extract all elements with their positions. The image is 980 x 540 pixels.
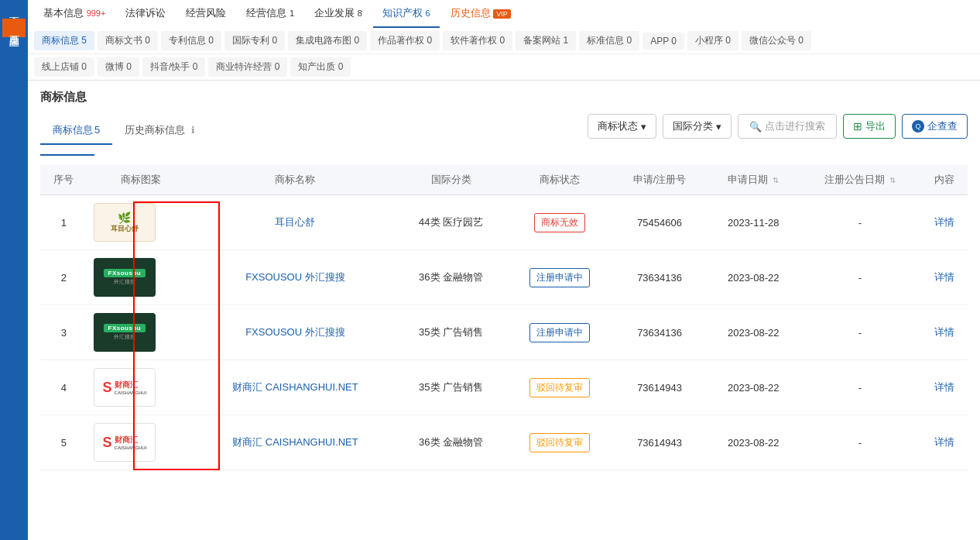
cell-brand-name: 财商汇 CAISHANGHUI.NET bbox=[195, 415, 396, 470]
sort-icon-apply: ⇅ bbox=[773, 176, 779, 184]
table-header-row: 序号 商标图案 商标名称 国际分类 商标状态 申请/注册号 申请日期 ⇅ 注册公… bbox=[40, 165, 968, 195]
subtab-copyright[interactable]: 作品著作权 0 bbox=[370, 31, 440, 50]
brand-image-2: FXsousou 外汇搜搜 bbox=[94, 258, 156, 297]
cell-category: 35类 广告销售 bbox=[396, 360, 507, 415]
cell-reg-no: 73634136 bbox=[612, 305, 708, 360]
cell-status: 注册申请中 bbox=[506, 250, 612, 305]
subtab-shop[interactable]: 线上店铺 0 bbox=[34, 57, 94, 77]
cell-brand-img: S 财商汇 CAISHANGHUI bbox=[87, 415, 195, 470]
brand-image-3: FXsousou 外汇搜搜 bbox=[94, 313, 156, 352]
tab-ip[interactable]: 知识产权 6 bbox=[373, 0, 440, 28]
top-nav: 基本信息 999+ 法律诉讼 经营风险 经营信息 1 企业发展 8 知识产权 6… bbox=[28, 0, 980, 81]
inner-tabs: 商标信息5 历史商标信息 ℹ bbox=[40, 117, 207, 145]
tab-risk[interactable]: 经营风险 bbox=[176, 0, 235, 28]
cell-apply-date: 2023-08-22 bbox=[707, 415, 800, 470]
status-badge-3: 注册申请中 bbox=[529, 323, 590, 342]
detail-link-1[interactable]: 详情 bbox=[934, 216, 954, 228]
cell-pub-date: - bbox=[800, 250, 920, 305]
cell-index: 1 bbox=[40, 195, 87, 250]
subtab-trademark[interactable]: 商标信息 5 bbox=[34, 31, 94, 50]
table-row: 4 S 财商汇 CAISHANGHUI bbox=[40, 360, 968, 415]
cell-apply-date: 2023-11-28 bbox=[707, 195, 800, 250]
tab-basic-info[interactable]: 基本信息 999+ bbox=[34, 0, 115, 28]
qcq-btn[interactable]: Q 企查查 bbox=[902, 114, 968, 139]
status-filter-btn[interactable]: 商标状态 ▾ bbox=[588, 114, 656, 139]
detail-link-5[interactable]: 详情 bbox=[934, 436, 954, 448]
subtab-douyin[interactable]: 抖音/快手 0 bbox=[142, 57, 205, 77]
status-badge-4: 驳回待复审 bbox=[529, 378, 590, 397]
tab-history[interactable]: 历史信息 VIP bbox=[441, 0, 520, 28]
subtab-wechat[interactable]: 微信公众号 0 bbox=[742, 31, 811, 50]
inner-tab-trademark[interactable]: 商标信息5 bbox=[40, 117, 112, 145]
cell-reg-no: 73614943 bbox=[612, 415, 708, 470]
table-row: 3 FXsousou 外汇搜搜 FXSOUSOU 外汇搜搜 35类 广告销售 bbox=[40, 305, 968, 360]
main-content: 基本信息 999+ 法律诉讼 经营风险 经营信息 1 企业发展 8 知识产权 6… bbox=[28, 0, 980, 540]
cell-brand-img: FXsousou 外汇搜搜 bbox=[87, 305, 195, 360]
col-category: 国际分类 bbox=[396, 165, 507, 195]
cell-category: 36类 金融物管 bbox=[396, 415, 507, 470]
subtab-miniapp[interactable]: 小程序 0 bbox=[687, 31, 738, 50]
cell-apply-date: 2023-08-22 bbox=[707, 250, 800, 305]
cell-pub-date: - bbox=[800, 415, 920, 470]
brand-name-link-3[interactable]: FXSOUSOU 外汇搜搜 bbox=[245, 326, 345, 338]
search-btn[interactable]: 🔍 点击进行搜索 bbox=[738, 114, 837, 139]
detail-link-3[interactable]: 详情 bbox=[934, 326, 954, 338]
subtab-patent[interactable]: 专利信息 0 bbox=[161, 31, 221, 50]
status-badge-1: 商标无效 bbox=[534, 213, 585, 232]
subtab-weibo[interactable]: 微博 0 bbox=[98, 57, 139, 77]
cell-category: 36类 金融物管 bbox=[396, 250, 507, 305]
cell-index: 4 bbox=[40, 360, 87, 415]
brand-name-link-1[interactable]: 耳目心舒 bbox=[275, 216, 315, 228]
qcq-logo-icon: Q bbox=[912, 120, 924, 132]
category-filter-btn[interactable]: 国际分类 ▾ bbox=[663, 114, 732, 139]
subtab-standard[interactable]: 标准信息 0 bbox=[579, 31, 639, 50]
cell-detail: 详情 bbox=[920, 415, 968, 470]
sidebar-item-enterprise[interactable]: 企业主页 bbox=[2, 0, 26, 19]
cell-brand-name: 财商汇 CAISHANGHUI.NET bbox=[195, 360, 396, 415]
cell-detail: 详情 bbox=[920, 195, 968, 250]
inner-tab-history[interactable]: 历史商标信息 ℹ bbox=[112, 117, 207, 145]
subtab-circuit[interactable]: 集成电路布图 0 bbox=[288, 31, 367, 50]
col-status: 商标状态 bbox=[506, 165, 612, 195]
brand-image-4: S 财商汇 CAISHANGHUI bbox=[94, 368, 156, 407]
toolbar: 商标状态 ▾ 国际分类 ▾ 🔍 点击进行搜索 ⊞ 导出 Q 企查查 bbox=[588, 114, 968, 139]
excel-icon: ⊞ bbox=[853, 120, 862, 132]
tab-biz-info[interactable]: 经营信息 1 bbox=[237, 0, 303, 28]
brand-name-link-2[interactable]: FXSOUSOU 外汇搜搜 bbox=[245, 271, 345, 283]
cell-detail: 详情 bbox=[920, 250, 968, 305]
subtab-website[interactable]: 备案网站 1 bbox=[516, 31, 576, 50]
cell-brand-img: S 财商汇 CAISHANGHUI bbox=[87, 360, 195, 415]
col-pub-date: 注册公告日期 ⇅ bbox=[800, 165, 920, 195]
tab-dev[interactable]: 企业发展 8 bbox=[305, 0, 372, 28]
cell-reg-no: 73614943 bbox=[612, 360, 708, 415]
brand-name-link-5[interactable]: 财商汇 CAISHANGHUI.NET bbox=[232, 436, 358, 448]
cell-reg-no: 75454606 bbox=[612, 195, 708, 250]
tab-legal[interactable]: 法律诉讼 bbox=[116, 0, 175, 28]
detail-link-2[interactable]: 详情 bbox=[934, 271, 954, 283]
subtab-docs[interactable]: 商标文书 0 bbox=[98, 31, 158, 50]
cell-apply-date: 2023-08-22 bbox=[707, 360, 800, 415]
cell-index: 5 bbox=[40, 415, 87, 470]
section-title: 商标信息 bbox=[40, 90, 968, 105]
info-icon: ℹ bbox=[191, 125, 195, 136]
chevron-down-icon2: ▾ bbox=[716, 121, 721, 132]
trademark-table: 序号 商标图案 商标名称 国际分类 商标状态 申请/注册号 申请日期 ⇅ 注册公… bbox=[40, 165, 968, 470]
data-table: 序号 商标图案 商标名称 国际分类 商标状态 申请/注册号 申请日期 ⇅ 注册公… bbox=[40, 165, 968, 470]
brand-image-1: 🌿 耳目心舒 bbox=[94, 203, 156, 242]
subtab-software[interactable]: 软件著作权 0 bbox=[443, 31, 512, 50]
cell-detail: 详情 bbox=[920, 305, 968, 360]
col-reg-no: 申请/注册号 bbox=[612, 165, 708, 195]
subtab-intl-patent[interactable]: 国际专利 0 bbox=[224, 31, 285, 50]
subtab-ip-pledge[interactable]: 知产出质 0 bbox=[290, 57, 351, 77]
export-btn[interactable]: ⊞ 导出 bbox=[843, 114, 896, 139]
cell-status: 驳回待复审 bbox=[506, 415, 612, 470]
nav-row-primary: 基本信息 999+ 法律诉讼 经营风险 经营信息 1 企业发展 8 知识产权 6… bbox=[28, 0, 980, 28]
nav-row-sub2: 线上店铺 0 微博 0 抖音/快手 0 商业特许经营 0 知产出质 0 bbox=[28, 54, 980, 80]
sidebar-item-brand[interactable]: 品牌主页 bbox=[2, 19, 26, 37]
brand-name-link-4[interactable]: 财商汇 CAISHANGHUI.NET bbox=[232, 381, 358, 393]
cell-brand-name: 耳目心舒 bbox=[195, 195, 396, 250]
detail-link-4[interactable]: 详情 bbox=[934, 381, 954, 393]
subtab-franchise[interactable]: 商业特许经营 0 bbox=[208, 57, 287, 77]
cell-category: 35类 广告销售 bbox=[396, 305, 507, 360]
subtab-app[interactable]: APP 0 bbox=[642, 33, 684, 50]
